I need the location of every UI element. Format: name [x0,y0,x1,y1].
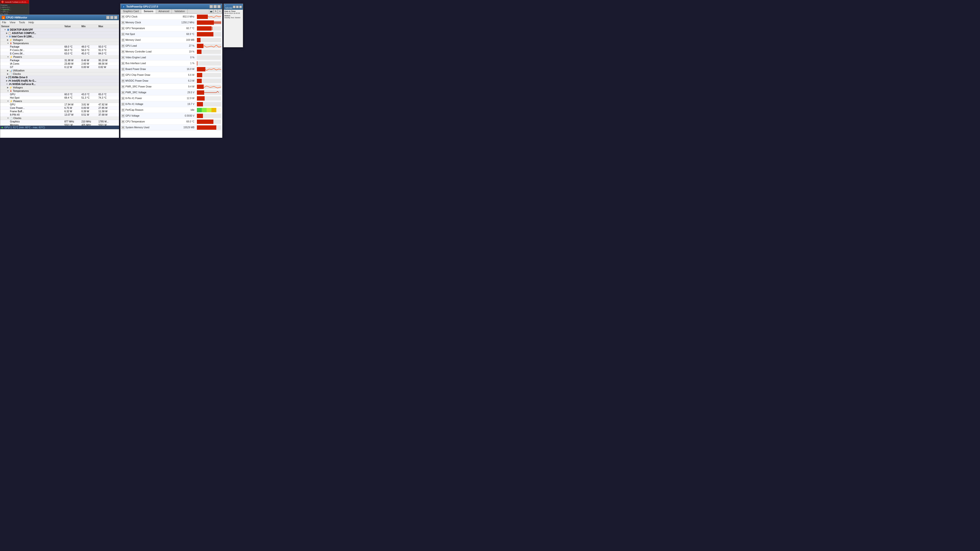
aida-date-label: Date & Time [224,10,242,13]
mvddc-power-value: 6.3 W [174,79,196,82]
board-power-dropdown[interactable]: ▼ [121,68,124,71]
hwmonitor-iris-node[interactable]: ▶ 🎮 Intel(R) Iris(R) Xe G... [0,79,119,83]
pwr-src-voltage-graph [196,90,222,95]
sensor-row-bus-interface-load: ▼ Bus Interface Load 1 % [121,60,222,66]
hwmonitor-cpu-node[interactable]: ▼ ⚙ Intel Core i9 1290... [0,35,119,38]
hwmonitor-menu-tools[interactable]: Tools [18,21,26,24]
hwmonitor-temps-node[interactable]: ▼ 🌡 Temperatures [0,42,119,45]
gpuz-refresh-btn[interactable]: ↻ [213,9,218,13]
gpu-clock-graph [196,14,222,19]
8pin-power-dropdown[interactable]: ▼ [121,97,124,100]
gpuz-sensors-list: ▼ GPU Clock 802.0 MHz ▼ Memory Clock 125… [121,14,222,138]
memory-used-graph [196,37,222,43]
bus-interface-load-graph [196,61,222,66]
hwmonitor-voltages-node[interactable]: ▶ ⚡ Voltages [0,38,119,42]
memory-clock-dropdown[interactable]: ▼ [121,21,124,24]
aida-title-bar: – AIDA64 ─ □ ✕ [224,4,243,10]
gpuz-camera-btn[interactable]: 📷 [209,9,213,13]
aida-maximize-btn[interactable]: □ [236,6,239,8]
gpuz-minimize-btn[interactable]: ─ [210,5,213,8]
hwmonitor-clocks-node[interactable]: ▶ 🕐 Clocks [0,72,119,76]
8pin-power-label: 8-Pin #1 Power [126,97,142,100]
hwmonitor-window-controls[interactable]: ─ □ ✕ [106,16,118,19]
8pin-power-graph [196,96,222,101]
memory-used-dropdown[interactable]: ▼ [121,39,124,41]
hot-spot-dropdown[interactable]: ▼ [121,33,124,36]
hwmonitor-close-btn[interactable]: ✕ [114,16,118,19]
perfcap-label: PerfCap Reason [126,109,143,111]
hwmonitor-mobo-node[interactable]: ▶ 📋 ASUSTeK COMPUT... [0,32,119,35]
computer-name: DESKTOP-8U6V1PF [10,29,33,31]
mem-ctrl-load-dropdown[interactable]: ▼ [121,50,124,53]
hwmonitor-powers-node[interactable]: ▼ ⚡ Powers [0,56,119,59]
mem-ctrl-load-label: Memory Controller Load [126,50,151,53]
tab-advanced[interactable]: Advanced [156,9,172,14]
gpu-voltage-dropdown[interactable]: ▼ [121,114,124,118]
furmark-icon: 🔴 [1,1,4,3]
table-row: Hot Spot 69.4 °C 51.3 °C 74.3 °C [0,96,119,100]
aida-window-controls[interactable]: ─ □ ✕ [233,6,242,8]
gpuz-window: Z TechPowerUp GPU-Z 2.57.0 ─ □ ✕ Graphic… [120,4,223,138]
8pin-voltage-dropdown[interactable]: ▼ [121,103,124,106]
gpu-clock-dropdown[interactable]: ▼ [121,15,124,18]
sensor-row-board-power: ▼ Board Power Draw 16.0 W [121,66,222,72]
board-power-value: 16.0 W [174,68,196,70]
gpu-load-dropdown[interactable]: ▼ [121,44,124,48]
hwmonitor-nvidia-powers-node[interactable]: ▼ ⚡ Powers [0,100,119,103]
clocks-label: Clocks [13,73,21,75]
gpuz-close-btn[interactable]: ✕ [217,5,221,8]
aida-close-btn[interactable]: ✕ [239,6,242,8]
table-row: GPU 60.0 °C 43.0 °C 65.0 °C [0,93,119,96]
hwmonitor-nvidia-node[interactable]: ▼ 🎮 NVIDIA GeForce R... [0,83,119,86]
gpuz-maximize-btn[interactable]: □ [213,5,217,8]
perfcap-graph [196,107,222,113]
mvddc-power-dropdown[interactable]: ▼ [121,79,124,83]
nvidia-voltages-label: Voltages [13,86,23,89]
sensor-row-gpu-voltage: ▼ GPU Voltage 0.5930 V [121,113,222,119]
gpuz-menu-btn[interactable]: ≡ [218,9,222,13]
sys-mem-used-dropdown[interactable]: ▼ [121,126,124,129]
nvme-label: NVMe Drive 0 [12,76,27,79]
hwmonitor-computer-node[interactable]: ▼ 🖥 DESKTOP-8U6V1PF [0,28,119,32]
bus-interface-load-dropdown[interactable]: ▼ [121,62,124,65]
table-row: E-Cores (M... 63.0 °C 45.0 °C 84.0 °C [0,52,119,56]
hwmonitor-menu-help[interactable]: Help [28,21,35,24]
perfcap-dropdown[interactable]: ▼ [121,109,124,111]
hwmonitor-menu-file[interactable]: File [1,21,7,24]
perfcap-value: Idle [174,109,196,111]
gpuz-window-controls[interactable]: ─ □ ✕ [210,5,221,8]
sensor-row-gpu-load: ▼ GPU Load 27 % [121,43,222,49]
hwmonitor-maximize-btn[interactable]: □ [110,16,113,19]
tab-graphics-card[interactable]: Graphics Card [121,9,141,14]
board-power-graph [196,67,222,72]
hwmonitor-table-header: Sensor Value Min Max [0,25,119,28]
gpu-load-label: GPU Load [126,44,137,47]
hwmonitor-minimize-btn[interactable]: ─ [106,16,110,19]
hwmonitor-nvidia-voltages-node[interactable]: ▶ ⚡ Voltages [0,86,119,89]
hwmonitor-util-node[interactable]: ▶ 📊 Utilization [0,69,119,72]
hwmonitor-nvidia-clocks-node[interactable]: ▼ 🕐 Clocks [0,117,119,120]
pwr-src-power-dropdown[interactable]: ▼ [121,85,124,88]
aida-minimize-btn[interactable]: ─ [233,6,235,8]
gpu-temp-dropdown[interactable]: ▼ [121,27,124,30]
video-engine-load-label: Video Engine Load [126,56,146,59]
mvddc-power-graph [196,78,222,84]
pwr-src-power-label: PWR_SRC Power Draw [126,85,151,88]
nvidia-powers-label: Powers [13,100,22,103]
hwmonitor-nvme-node[interactable]: ▶ 💾 NVMe Drive 0 [0,76,119,79]
table-row: P-Cores (M... 66.0 °C 56.0 °C 91.0 °C [0,49,119,52]
tab-validation[interactable]: Validation [172,9,188,14]
hwmonitor-menu-view[interactable]: View [9,21,16,24]
aida-status-value: Stability Test: Started [224,17,242,19]
gpu-voltage-value: 0.5930 V [174,114,196,117]
mem-ctrl-load-graph [196,49,222,54]
tab-sensors[interactable]: Sensors [141,9,156,14]
gpu-chip-power-dropdown[interactable]: ▼ [121,74,124,76]
sensor-row-video-engine-load: ▼ Video Engine Load 0 % [121,55,222,60]
video-engine-load-dropdown[interactable]: ▼ [121,56,124,59]
cpu-temp-dropdown[interactable]: ▼ [121,120,124,123]
pwr-src-voltage-dropdown[interactable]: ▼ [121,91,124,94]
sensor-row-mem-ctrl-load: ▼ Memory Controller Load 19 % [121,49,222,55]
hwmonitor-nvidia-temps-node[interactable]: ▼ 🌡 Temperatures [0,89,119,93]
sensor-row-pwr-src-voltage: ▼ PWR_SRC Voltage 29.5 V [121,90,222,95]
